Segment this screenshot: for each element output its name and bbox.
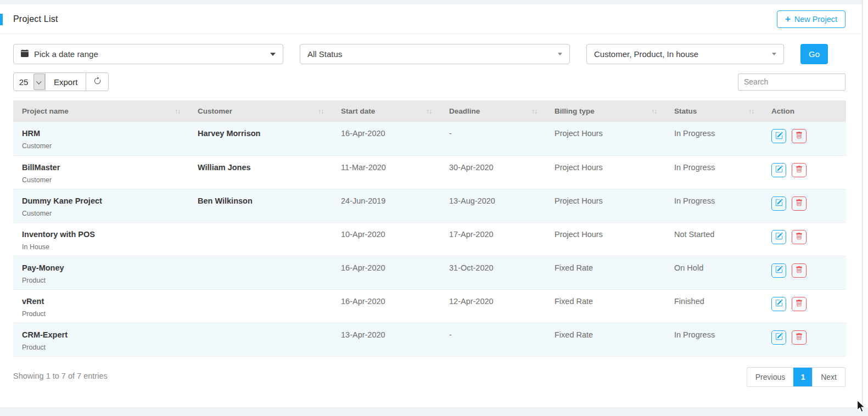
delete-button[interactable] — [792, 163, 807, 177]
card-header: Project List + New Project — [0, 4, 862, 34]
table-row: Pay-Money Product 16-Apr-2020 31-Oct-202… — [13, 256, 846, 289]
deadline: 31-Oct-2020 — [440, 256, 546, 289]
status: Not Started — [665, 222, 763, 256]
edit-icon — [775, 299, 783, 308]
column-header[interactable]: Billing type ↑↓ — [546, 100, 665, 122]
edit-button[interactable] — [771, 297, 786, 311]
project-name: Dummy Kane Project — [22, 196, 180, 205]
edit-button[interactable] — [771, 263, 786, 278]
deadline: 30-Apr-2020 — [440, 155, 546, 189]
start-date: 10-Apr-2020 — [332, 222, 440, 256]
status-select[interactable]: All Status — [300, 44, 570, 64]
page-size-arrow[interactable] — [33, 74, 45, 90]
column-header[interactable]: Customer ↑↓ — [189, 100, 332, 122]
edit-button[interactable] — [771, 129, 786, 143]
delete-button[interactable] — [792, 230, 807, 244]
category-select-value: Customer, Product, In house — [594, 49, 698, 59]
sort-icon: ↑↓ — [426, 108, 432, 115]
deadline: 12-Apr-2020 — [440, 289, 546, 323]
delete-button[interactable] — [792, 330, 807, 345]
delete-button[interactable] — [792, 129, 807, 143]
edit-button[interactable] — [771, 330, 786, 345]
status: In Progress — [665, 155, 763, 189]
project-name: vRent — [22, 297, 180, 306]
refresh-button[interactable] — [86, 73, 108, 91]
customer-name: William Jones — [198, 163, 251, 172]
customer-name: Harvey Morrison — [198, 129, 260, 138]
sort-icon: ↑↓ — [175, 108, 180, 115]
trash-icon — [796, 300, 803, 308]
edit-button[interactable] — [771, 163, 786, 177]
column-label: Status — [674, 107, 697, 115]
pagination-previous[interactable]: Previous — [747, 368, 793, 386]
table-row: CRM-Expert Product 13-Apr-2020 - Fixed R… — [13, 323, 846, 356]
column-header[interactable]: Status ↑↓ — [665, 100, 763, 122]
entries-summary: Showing 1 to 7 of 7 entries — [13, 367, 108, 380]
table-row: Dummy Kane Project Customer Ben Wilkinso… — [13, 189, 846, 222]
billing-type: Project Hours — [546, 155, 665, 189]
project-category: Customer — [22, 142, 180, 150]
project-category: Customer — [22, 176, 180, 184]
category-select[interactable]: Customer, Product, In house — [586, 44, 784, 64]
caret-down-icon — [772, 53, 776, 55]
column-label: Action — [771, 107, 794, 115]
projects-table-wrap: Project name ↑↓ Customer ↑↓ Start date ↑… — [0, 91, 862, 357]
start-date: 16-Apr-2020 — [332, 122, 440, 155]
go-button[interactable]: Go — [800, 44, 828, 64]
date-range-placeholder: Pick a date range — [34, 49, 98, 59]
search-input[interactable] — [738, 74, 845, 91]
scrollbar-track[interactable] — [862, 0, 868, 407]
column-header[interactable]: Project name ↑↓ — [13, 100, 189, 122]
column-header[interactable]: Deadline ↑↓ — [440, 100, 546, 122]
trash-icon — [796, 333, 803, 342]
project-category: Product — [22, 344, 180, 351]
edit-icon — [775, 232, 783, 241]
status: Finished — [665, 289, 763, 323]
status-select-value: All Status — [307, 49, 342, 59]
delete-button[interactable] — [792, 263, 807, 278]
project-category: Product — [22, 310, 180, 318]
trash-icon — [796, 266, 803, 275]
delete-button[interactable] — [792, 297, 807, 311]
deadline: - — [440, 323, 546, 356]
table-footer: Showing 1 to 7 of 7 entries Previous 1 N… — [0, 357, 862, 387]
pagination: Previous 1 Next — [747, 367, 845, 387]
column-label: Deadline — [449, 107, 480, 115]
status: In Progress — [665, 189, 763, 222]
project-name: HRM — [22, 129, 180, 138]
pagination-page-1[interactable]: 1 — [793, 368, 812, 386]
sort-icon: ↑↓ — [531, 108, 537, 115]
edit-button[interactable] — [771, 230, 786, 244]
pagination-next[interactable]: Next — [812, 368, 845, 386]
new-project-button[interactable]: + New Project — [777, 10, 845, 28]
status: In Progress — [665, 122, 763, 155]
column-header[interactable]: Start date ↑↓ — [332, 100, 440, 122]
start-date: 16-Apr-2020 — [332, 289, 440, 323]
project-name: CRM-Expert — [22, 330, 180, 339]
column-label: Billing type — [555, 107, 595, 115]
date-range-picker[interactable]: Pick a date range — [13, 44, 283, 64]
export-button[interactable]: Export — [45, 73, 86, 91]
edit-icon — [775, 165, 783, 175]
delete-button[interactable] — [792, 196, 807, 211]
table-row: BillMaster Customer William Jones 11-Mar… — [13, 155, 846, 189]
sort-icon: ↑↓ — [748, 108, 754, 115]
billing-type: Project Hours — [546, 189, 665, 222]
edit-icon — [775, 132, 783, 141]
edit-button[interactable] — [771, 196, 786, 211]
billing-type: Fixed Rate — [546, 289, 665, 323]
table-controls-row: 25 Export — [0, 64, 862, 91]
project-category: In House — [22, 243, 180, 251]
deadline: 17-Apr-2020 — [440, 222, 546, 256]
trash-icon — [796, 166, 803, 175]
filter-row: Pick a date range All Status Customer, P… — [0, 34, 862, 64]
table-toolbar-group: 25 Export — [13, 72, 109, 91]
project-category: Customer — [22, 210, 180, 217]
trash-icon — [796, 132, 803, 140]
table-row: Inventory with POS In House 10-Apr-2020 … — [13, 222, 846, 256]
table-header-row: Project name ↑↓ Customer ↑↓ Start date ↑… — [13, 100, 846, 122]
column-header[interactable]: Action — [763, 100, 846, 122]
page-size-select[interactable]: 25 — [14, 73, 33, 91]
project-category: Product — [22, 277, 180, 284]
billing-type: Fixed Rate — [546, 323, 665, 356]
